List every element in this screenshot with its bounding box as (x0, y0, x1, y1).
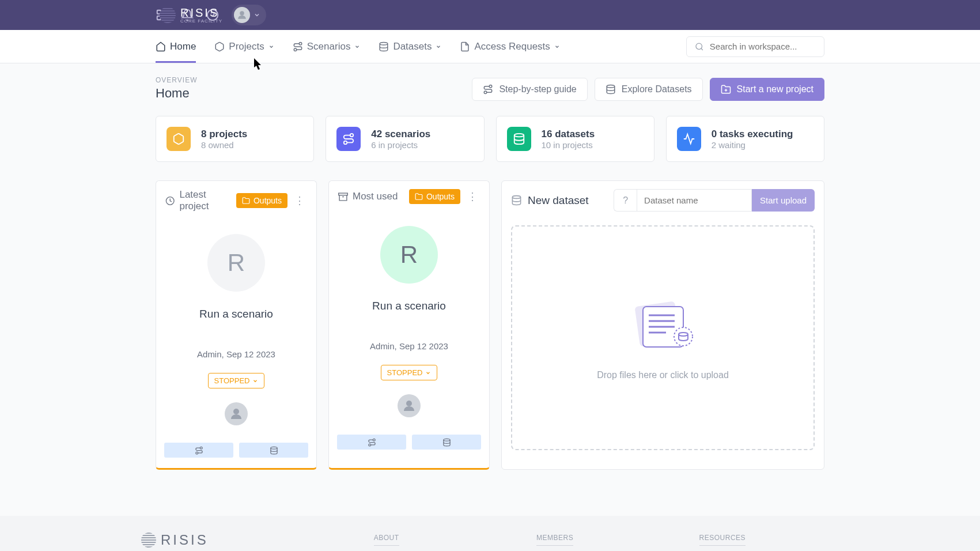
project-meta: Admin, Sep 12 2023 (338, 341, 480, 351)
latest-project-card: Latest project Outputs ⋮ R Run a scenari… (156, 180, 317, 470)
svg-point-17 (344, 141, 347, 145)
nav-access-requests[interactable]: Access Requests (460, 30, 559, 63)
dataset-action-button[interactable] (412, 435, 481, 450)
outputs-button[interactable]: Outputs (409, 189, 460, 204)
svg-point-27 (406, 401, 412, 406)
more-menu-icon[interactable]: ⋮ (292, 194, 307, 207)
logo-text: RISIS (180, 7, 222, 18)
explore-datasets-button[interactable]: Explore Datasets (595, 78, 703, 101)
nav-label: Datasets (393, 41, 432, 52)
svg-point-7 (294, 48, 297, 51)
route-icon (336, 127, 361, 151)
svg-rect-25 (339, 193, 348, 195)
nav-label: Access Requests (474, 41, 550, 52)
database-icon (442, 438, 451, 447)
project-meta: Admin, Sep 12 2023 (165, 349, 307, 359)
svg-point-9 (380, 42, 388, 45)
logo[interactable]: RISIS CORE FACILITY (160, 7, 222, 24)
scenario-action-button[interactable] (164, 443, 233, 458)
stat-subtitle: 2 waiting (712, 140, 793, 150)
start-new-project-button[interactable]: Start a new project (710, 78, 824, 101)
clock-icon (165, 196, 175, 206)
project-avatar-circle: R (380, 226, 438, 284)
footer-logo-text: RISIS (161, 532, 209, 548)
nav-scenarios[interactable]: Scenarios (293, 30, 361, 63)
avatar-icon (234, 7, 250, 23)
nav-label: Projects (229, 41, 264, 52)
chevron-down-icon (554, 44, 560, 50)
start-upload-button[interactable]: Start upload (752, 189, 815, 212)
chevron-down-icon (425, 370, 431, 376)
stat-datasets[interactable]: 16 datasets 10 in projects (496, 116, 654, 162)
stat-subtitle: 10 in projects (542, 140, 595, 150)
scenario-action-button[interactable] (337, 435, 406, 450)
svg-point-6 (240, 11, 244, 16)
chevron-down-icon (253, 12, 260, 18)
svg-point-18 (350, 134, 354, 137)
status-badge[interactable]: STOPPED (381, 365, 438, 380)
overview-label: OVERVIEW (156, 76, 197, 84)
project-name[interactable]: Run a scenario (338, 300, 480, 312)
card-title-text: Latest project (179, 189, 236, 212)
folder-plus-icon (721, 84, 731, 95)
step-by-step-guide-button[interactable]: Step-by-step guide (472, 78, 587, 101)
nav-datasets[interactable]: Datasets (379, 30, 441, 63)
box-icon (167, 127, 191, 151)
top-bar: RISIS CORE FACILITY (0, 0, 980, 30)
stat-projects[interactable]: 8 projects 8 owned (156, 116, 314, 162)
svg-point-24 (270, 447, 277, 449)
svg-point-29 (373, 439, 375, 441)
project-name[interactable]: Run a scenario (165, 308, 307, 320)
user-menu[interactable] (232, 5, 266, 25)
nav-label: Home (170, 41, 196, 52)
most-used-card: Most used Outputs ⋮ R Run a scenario Adm… (328, 180, 490, 470)
search-input[interactable] (710, 41, 816, 51)
more-menu-icon[interactable]: ⋮ (465, 190, 480, 203)
dataset-action-button[interactable] (239, 443, 308, 458)
svg-point-12 (485, 91, 487, 94)
home-icon (156, 41, 166, 52)
upload-illustration (629, 295, 698, 353)
nav-label: Scenarios (307, 41, 351, 52)
outputs-button[interactable]: Outputs (236, 193, 287, 208)
search-box[interactable] (686, 36, 824, 57)
svg-point-13 (490, 85, 493, 88)
status-badge[interactable]: STOPPED (208, 373, 265, 388)
database-icon (507, 127, 531, 151)
dataset-name-input[interactable] (637, 189, 752, 212)
card-title-text: Most used (353, 191, 398, 202)
database-icon (511, 195, 522, 206)
help-button[interactable]: ? (614, 189, 637, 212)
stat-title: 8 projects (201, 129, 247, 140)
folder-icon (415, 193, 423, 201)
footer-logo[interactable]: RISIS (141, 532, 351, 548)
logo-subtitle: CORE FACILITY (180, 18, 222, 24)
footer-col-title: MEMBERS (536, 534, 573, 546)
database-icon (379, 41, 389, 52)
stat-tasks[interactable]: 0 tasks executing 2 waiting (666, 116, 824, 162)
stat-title: 42 scenarios (371, 129, 430, 140)
svg-line-11 (701, 48, 703, 50)
svg-point-28 (368, 444, 370, 446)
page-title: Home (156, 86, 197, 101)
svg-point-23 (200, 447, 202, 449)
svg-point-31 (512, 196, 520, 199)
svg-point-22 (195, 452, 198, 454)
card-title-text: New dataset (528, 194, 589, 207)
database-icon (606, 84, 616, 95)
nav-home[interactable]: Home (156, 30, 196, 63)
file-icon (460, 41, 470, 52)
svg-point-8 (299, 42, 302, 45)
database-icon (270, 446, 278, 455)
svg-point-19 (514, 134, 524, 137)
user-avatar (225, 402, 248, 425)
logo-icon (160, 7, 176, 23)
stat-subtitle: 8 owned (201, 140, 247, 150)
activity-icon (677, 127, 701, 151)
footer: RISIS This project is funded by the Euro… (0, 516, 980, 551)
footer-col-title: RESOURCES (699, 534, 746, 546)
stat-scenarios[interactable]: 42 scenarios 6 in projects (326, 116, 484, 162)
route-icon (293, 41, 303, 52)
file-dropzone[interactable]: Drop files here or click to upload (511, 225, 815, 450)
nav-projects[interactable]: Projects (214, 30, 274, 63)
